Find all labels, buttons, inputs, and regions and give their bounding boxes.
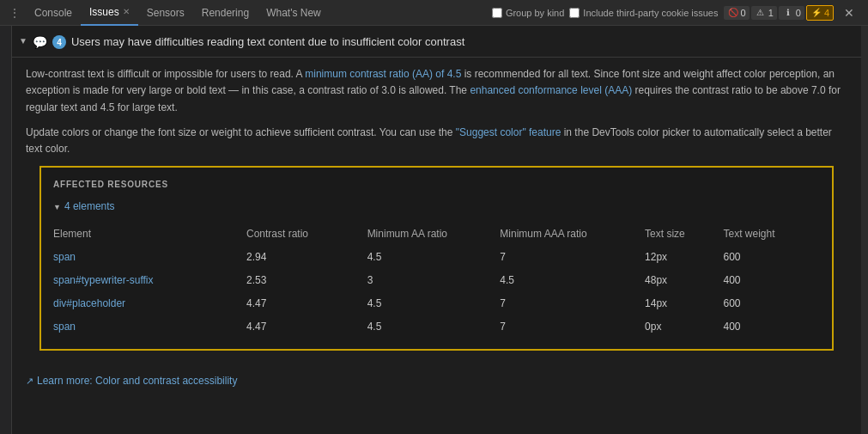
- cell-min-aa-0: 4.5: [367, 246, 501, 269]
- tab-sensors[interactable]: Sensors: [138, 0, 193, 26]
- cell-min-aaa-3: 7: [500, 315, 645, 339]
- col-header-min-aa: Minimum AA ratio: [367, 223, 501, 245]
- error-icon: 🚫: [727, 7, 739, 19]
- col-header-min-aaa: Minimum AAA ratio: [500, 223, 645, 245]
- cell-min-aa-1: 3: [367, 269, 501, 292]
- tab-whats-new-label: What's New: [266, 7, 321, 19]
- min-contrast-link[interactable]: minimum contrast ratio (AA) of 4.5: [305, 68, 461, 80]
- desc1-start: Low-contrast text is difficult or imposs…: [26, 68, 305, 80]
- issue-header[interactable]: ▼ 💬 4 Users may have difficulties readin…: [12, 26, 861, 58]
- element-link-3[interactable]: span: [53, 321, 76, 333]
- cell-min-aaa-1: 4.5: [500, 269, 645, 292]
- element-link-2[interactable]: div#placeholder: [53, 297, 125, 309]
- info-count: 0: [796, 8, 801, 18]
- error-count: 0: [741, 8, 746, 18]
- external-link-icon: ↗: [26, 376, 33, 387]
- col-header-element: Element: [53, 223, 246, 245]
- table-row: span 4.47 4.5 7 0px 400: [53, 315, 820, 339]
- tab-bar-right: Group by kind Include third-party cookie…: [492, 5, 865, 21]
- cell-min-aaa-0: 7: [500, 246, 645, 269]
- cell-element-2[interactable]: div#placeholder: [53, 292, 246, 315]
- more-tabs-icon[interactable]: ⋮: [3, 6, 26, 20]
- resource-table: Element Contrast ratio Minimum AA ratio …: [53, 223, 820, 339]
- table-header-row: Element Contrast ratio Minimum AA ratio …: [53, 223, 820, 245]
- cell-textsize-3: 0px: [645, 315, 723, 339]
- tab-console-label: Console: [34, 7, 72, 19]
- desc2-start: Update colors or change the font size or…: [26, 126, 456, 138]
- cell-textweight-3: 400: [723, 315, 820, 339]
- perf-icon: ⚡: [810, 7, 822, 19]
- table-row: span 2.94 4.5 7 12px 600: [53, 246, 820, 269]
- group-by-kind-checkbox[interactable]: [492, 8, 502, 18]
- col-header-textsize: Text size: [645, 223, 723, 245]
- cell-element-3[interactable]: span: [53, 315, 246, 339]
- badge-group: 🚫 0 ⚠ 1 ℹ 0 ⚡ 4: [724, 5, 835, 21]
- col-header-contrast: Contrast ratio: [246, 223, 367, 245]
- tab-bar-left: ⋮ Console Issues ✕ Sensors Rendering Wha…: [3, 0, 492, 26]
- issue-panel: ▼ 💬 4 Users may have difficulties readin…: [12, 26, 861, 434]
- elements-chevron-icon: ▼: [53, 201, 61, 213]
- issue-type-icon: 💬: [33, 35, 47, 49]
- issue-title: Users may have difficulties reading text…: [71, 34, 464, 50]
- close-devtools-icon[interactable]: ✕: [839, 6, 859, 20]
- cell-min-aa-3: 4.5: [367, 315, 501, 339]
- cell-textweight-0: 600: [723, 246, 820, 269]
- third-party-label: Include third-party cookie issues: [583, 8, 718, 18]
- affected-resources-box: AFFECTED RESOURCES ▼ 4 elements Element …: [39, 166, 834, 351]
- perf-count: 4: [824, 8, 829, 18]
- info-icon: ℹ: [782, 7, 794, 19]
- cell-textsize-0: 12px: [645, 246, 723, 269]
- tab-whats-new[interactable]: What's New: [258, 0, 330, 26]
- badge-error[interactable]: 🚫 0: [724, 6, 750, 20]
- cell-textweight-2: 600: [723, 292, 820, 315]
- issue-body: Low-contrast text is difficult or imposs…: [12, 58, 861, 371]
- cell-contrast-2: 4.47: [246, 292, 367, 315]
- third-party-group: Include third-party cookie issues: [569, 8, 718, 18]
- badge-perf[interactable]: ⚡ 4: [806, 5, 834, 21]
- learn-more-label: Learn more: Color and contrast accessibi…: [37, 375, 237, 387]
- cell-textweight-1: 400: [723, 269, 820, 292]
- tab-bar: ⋮ Console Issues ✕ Sensors Rendering Wha…: [0, 0, 868, 26]
- cell-min-aaa-2: 7: [500, 292, 645, 315]
- warning-count: 1: [768, 8, 774, 18]
- cell-element-1[interactable]: span#typewriter-suffix: [53, 269, 246, 292]
- elements-count[interactable]: ▼ 4 elements: [53, 199, 820, 215]
- tab-issues-label: Issues: [89, 6, 119, 18]
- tab-sensors-label: Sensors: [147, 7, 185, 19]
- cell-contrast-0: 2.94: [246, 246, 367, 269]
- tab-issues[interactable]: Issues ✕: [81, 0, 138, 26]
- warning-icon: ⚠: [755, 7, 767, 19]
- learn-more-link[interactable]: ↗ Learn more: Color and contrast accessi…: [12, 371, 861, 395]
- suggest-color-link[interactable]: "Suggest color" feature: [456, 126, 561, 138]
- left-sidebar: [0, 26, 12, 434]
- group-by-kind-label: Group by kind: [506, 8, 564, 18]
- cell-contrast-1: 2.53: [246, 269, 367, 292]
- elements-count-label: 4 elements: [64, 199, 115, 215]
- element-link-0[interactable]: span: [53, 251, 76, 263]
- third-party-checkbox[interactable]: [569, 8, 580, 18]
- cell-textsize-1: 48px: [645, 269, 723, 292]
- cell-contrast-3: 4.47: [246, 315, 367, 339]
- col-header-textweight: Text weight: [723, 223, 820, 245]
- table-row: div#placeholder 4.47 4.5 7 14px 600: [53, 292, 820, 315]
- cell-textsize-2: 14px: [645, 292, 723, 315]
- tab-rendering[interactable]: Rendering: [193, 0, 258, 26]
- tab-rendering-label: Rendering: [202, 7, 249, 19]
- description-paragraph-1: Low-contrast text is difficult or imposs…: [26, 66, 847, 116]
- table-row: span#typewriter-suffix 2.53 3 4.5 48px 4…: [53, 269, 820, 292]
- element-link-1[interactable]: span#typewriter-suffix: [53, 274, 154, 286]
- right-scrollbar[interactable]: [861, 26, 868, 434]
- description-paragraph-2: Update colors or change the font size or…: [26, 125, 847, 157]
- cell-element-0[interactable]: span: [53, 246, 246, 269]
- tab-console[interactable]: Console: [26, 0, 81, 26]
- cell-min-aa-2: 4.5: [367, 292, 501, 315]
- issue-count-badge: 4: [52, 35, 66, 49]
- affected-label: AFFECTED RESOURCES: [53, 178, 820, 192]
- group-by-kind-group: Group by kind: [492, 8, 564, 18]
- badge-warning[interactable]: ⚠ 1: [751, 6, 777, 20]
- enhanced-level-link[interactable]: enhanced conformance level (AAA): [470, 84, 632, 96]
- tab-issues-close-icon[interactable]: ✕: [123, 7, 130, 16]
- main-content: ▼ 💬 4 Users may have difficulties readin…: [0, 26, 868, 434]
- badge-info[interactable]: ℹ 0: [779, 6, 804, 20]
- collapse-chevron-icon[interactable]: ▼: [19, 36, 27, 46]
